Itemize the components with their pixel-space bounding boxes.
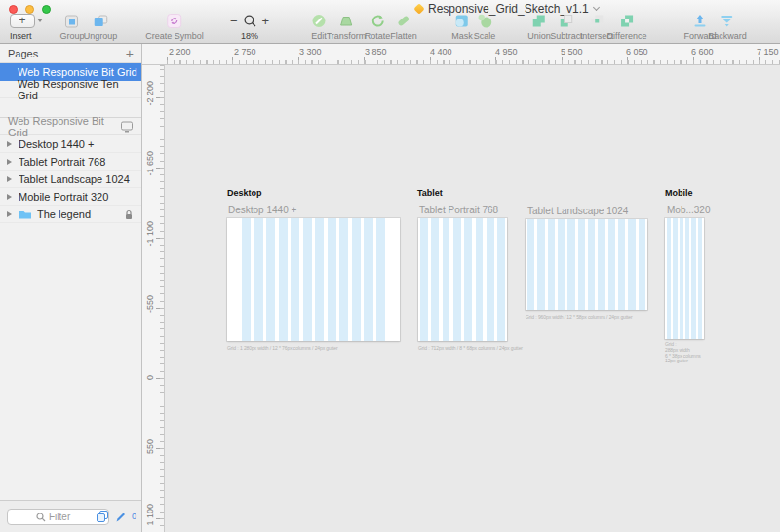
artboard-title-tablet-portrait[interactable]: Tablet Portrait 768 [419,205,498,215]
pages-panel-toggle-icon[interactable] [96,510,109,523]
ruler-tick-label: -2 200 [145,81,157,106]
disclosure-triangle-icon[interactable] [7,159,12,165]
layer-item-desktop-1440[interactable]: Desktop 1440 + [0,135,141,153]
disclosure-triangle-icon[interactable] [7,141,12,147]
grid-column [303,218,312,341]
ungroup-button[interactable]: Ungroup [84,12,118,41]
grid-column [497,218,505,341]
backward-button[interactable]: Backward [708,12,747,41]
page-item-web-responsive-ten-grid[interactable]: Web Responsive Ten Grid [0,81,141,98]
filter-input[interactable] [49,512,80,522]
ruler-tick-label: 7 150 [757,47,779,57]
artboard-tablet-portrait-768[interactable] [418,218,507,341]
ruler-corner [142,44,165,65]
artboard-picker-icon[interactable] [120,120,134,133]
plus-icon[interactable]: + [10,14,35,28]
grid-column [254,218,263,341]
grid-column [548,219,555,310]
artboard-title-desktop[interactable]: Desktop 1440 + [228,205,296,215]
sidebar-footer: 0 [0,500,141,532]
ruler-tick-label: 2 200 [169,47,191,57]
add-page-button[interactable]: + [126,49,134,58]
group-button[interactable]: Group [59,12,84,41]
grid-column [443,218,450,341]
flatten-icon [390,12,417,30]
search-icon [36,513,46,522]
ruler-tick-label: 6 050 [626,47,648,57]
grid-column [420,218,428,341]
grid-column [453,218,461,341]
magnifier-icon [243,14,257,28]
selection-count-badge: 0 [132,512,136,521]
left-sidebar: Pages + Web Responsive Bit Grid Web Resp… [0,44,142,532]
layer-item-tablet-landscape-1024[interactable]: Tablet Landscape 1024 [0,171,141,188]
create-symbol-button[interactable]: Create Symbol [145,12,204,41]
group-icon [59,12,84,30]
scale-button[interactable]: Scale [474,12,496,41]
artboard-title-mobile[interactable]: Mob...320 [667,205,710,215]
title-chevron-icon[interactable] [593,3,600,10]
canvas[interactable]: Desktop Desktop 1440 + Grid : 1 280px wi… [165,65,780,532]
zoom-out-icon[interactable]: − [230,14,238,28]
ruler-tick-label: 0 [145,375,157,380]
insert-label: Insert [10,31,43,41]
pen-tool-icon[interactable] [114,511,127,523]
grid-column [376,218,385,341]
section-label-desktop[interactable]: Desktop [227,188,262,198]
rotate-button[interactable]: Rotate [365,12,391,41]
insert-button[interactable]: + Insert [10,12,43,41]
difference-icon [607,12,647,30]
grid-column [315,218,324,341]
ruler-tick-label: -1 100 [145,221,157,247]
grid-column [698,218,702,339]
filter-field[interactable] [7,509,109,525]
section-label-mobile[interactable]: Mobile [665,188,693,198]
disclosure-triangle-icon[interactable] [7,211,12,217]
disclosure-triangle-icon[interactable] [7,176,12,182]
grid-column [588,219,595,310]
union-button[interactable]: Union [527,12,551,41]
layer-item-mobile-portrait-320[interactable]: Mobile Portrait 320 [0,188,141,206]
grid-column [279,218,288,341]
grid-column [476,218,484,341]
rotate-icon [365,12,391,30]
union-icon [527,12,551,30]
ruler-tick-label: 3 300 [299,47,322,57]
flatten-button[interactable]: Flatten [390,12,417,41]
grid-column [628,219,635,310]
ruler-tick-label: 1 100 [145,504,157,526]
folder-icon [19,209,32,219]
layer-item-tablet-portrait-768[interactable]: Tablet Portrait 768 [0,153,141,171]
ruler-tick-label: 550 [145,439,157,454]
grid-column [608,219,615,310]
backward-icon [708,12,747,30]
artboard-mobile-320[interactable] [665,218,704,339]
grid-column [364,218,372,341]
artboard-title-tablet-landscape[interactable]: Tablet Landscape 1024 [527,206,628,216]
chevron-down-icon [37,19,43,22]
transform-button[interactable]: Transform [327,12,367,41]
artboard-tablet-landscape-1024[interactable] [526,219,647,310]
edit-button[interactable]: Edit [311,12,328,41]
disclosure-triangle-icon[interactable] [7,194,12,200]
scale-icon [474,12,496,30]
grid-column [487,218,494,341]
grid-column [328,218,336,341]
layers-panel-header: Web Responsive Bit Grid [0,118,141,135]
grid-column [618,219,625,310]
artboard-desktop-1440[interactable] [227,218,400,341]
pages-header: Pages + [0,44,141,63]
grid-column [537,219,544,310]
grid-column [578,219,585,310]
zoom-control[interactable]: − + 18% [230,12,269,41]
ruler-tick-label: 3 850 [365,47,387,57]
mask-button[interactable]: Mask [451,12,473,41]
zoom-in-icon[interactable]: + [262,14,270,28]
grid-column [431,218,439,341]
fullscreen-button[interactable] [42,5,51,14]
layer-item-the-legend[interactable]: The legend [0,206,141,223]
subtract-button[interactable]: Subtract [550,12,583,41]
difference-button[interactable]: Difference [607,12,647,41]
section-label-tablet[interactable]: Tablet [417,188,443,198]
grid-column [339,218,348,341]
